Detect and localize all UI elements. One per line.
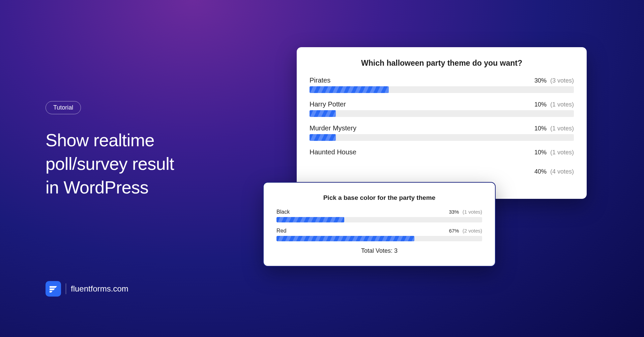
poll-option-stats: 40% (4 votes) <box>534 168 574 175</box>
poll-option-votes: (3 votes) <box>550 77 574 84</box>
poll-option-pct: 40% <box>534 168 547 175</box>
progress-track <box>310 110 574 117</box>
progress-fill <box>276 217 344 222</box>
poll-card-color: Pick a base color for the party theme Bl… <box>263 182 496 267</box>
poll-option-pct: 10% <box>534 101 547 108</box>
poll-title: Pick a base color for the party theme <box>276 194 482 202</box>
tutorial-badge: Tutorial <box>46 101 81 114</box>
progress-fill <box>310 86 389 93</box>
poll-option-stats: 30% (3 votes) <box>534 77 574 84</box>
progress-fill <box>276 236 414 241</box>
poll-option-votes: (2 votes) <box>463 228 482 234</box>
poll-option-votes: (1 votes) <box>550 125 574 132</box>
poll-option-label: Red <box>276 228 286 234</box>
total-votes: Total Votes: 3 <box>276 247 482 254</box>
poll-card-theme: Which halloween party theme do you want?… <box>297 47 587 199</box>
progress-track <box>276 236 482 241</box>
poll-option[interactable]: Red 67% (2 votes) <box>276 228 482 241</box>
poll-option[interactable]: Murder Mystery 10% (1 votes) <box>310 124 574 141</box>
poll-option-label: Black <box>276 209 290 215</box>
poll-option-label: Murder Mystery <box>310 124 356 132</box>
poll-option-votes: (1 votes) <box>463 209 482 215</box>
poll-option-votes: (1 votes) <box>550 149 574 156</box>
headline: Show realtime poll/survey result in Word… <box>46 128 174 200</box>
progress-track <box>310 86 574 93</box>
poll-option-pct: 10% <box>534 149 547 156</box>
poll-title: Which halloween party theme do you want? <box>310 59 574 68</box>
brand-text: fluentforms.com <box>71 284 128 294</box>
poll-option-votes: (4 votes) <box>550 168 574 175</box>
poll-option[interactable]: Black 33% (1 votes) <box>276 209 482 222</box>
poll-option[interactable]: Harry Potter 10% (1 votes) <box>310 100 574 117</box>
hero-banner: Tutorial Show realtime poll/survey resul… <box>0 0 644 337</box>
poll-option-stats: 10% (1 votes) <box>534 149 574 156</box>
poll-option[interactable]: 40% (4 votes) <box>310 168 574 175</box>
poll-option-pct: 30% <box>534 77 547 84</box>
poll-option-stats: 33% (1 votes) <box>449 209 482 215</box>
brand-row: fluentforms.com <box>46 281 128 297</box>
progress-track <box>310 134 574 141</box>
poll-option-votes: (1 votes) <box>550 101 574 108</box>
poll-option-pct: 67% <box>449 228 459 234</box>
poll-option[interactable]: Pirates 30% (3 votes) <box>310 76 574 93</box>
headline-line-3: in WordPress <box>46 176 174 199</box>
poll-option-stats: 10% (1 votes) <box>534 125 574 132</box>
poll-option-pct: 10% <box>534 125 547 132</box>
headline-line-1: Show realtime <box>46 128 174 152</box>
poll-option-label: Harry Potter <box>310 100 346 108</box>
left-column: Tutorial Show realtime poll/survey resul… <box>46 101 174 200</box>
poll-option-stats: 10% (1 votes) <box>534 101 574 108</box>
poll-option[interactable]: Haunted House 10% (1 votes) <box>310 148 574 156</box>
poll-option-pct: 33% <box>449 209 459 215</box>
headline-line-2: poll/survey result <box>46 152 174 176</box>
poll-option-label: Pirates <box>310 76 330 84</box>
brand-separator <box>66 283 66 294</box>
poll-option-stats: 67% (2 votes) <box>449 228 482 234</box>
progress-fill <box>310 110 336 117</box>
poll-option-label: Haunted House <box>310 148 356 156</box>
progress-fill <box>310 134 336 141</box>
progress-track <box>276 217 482 222</box>
fluentforms-logo-icon <box>46 281 61 297</box>
